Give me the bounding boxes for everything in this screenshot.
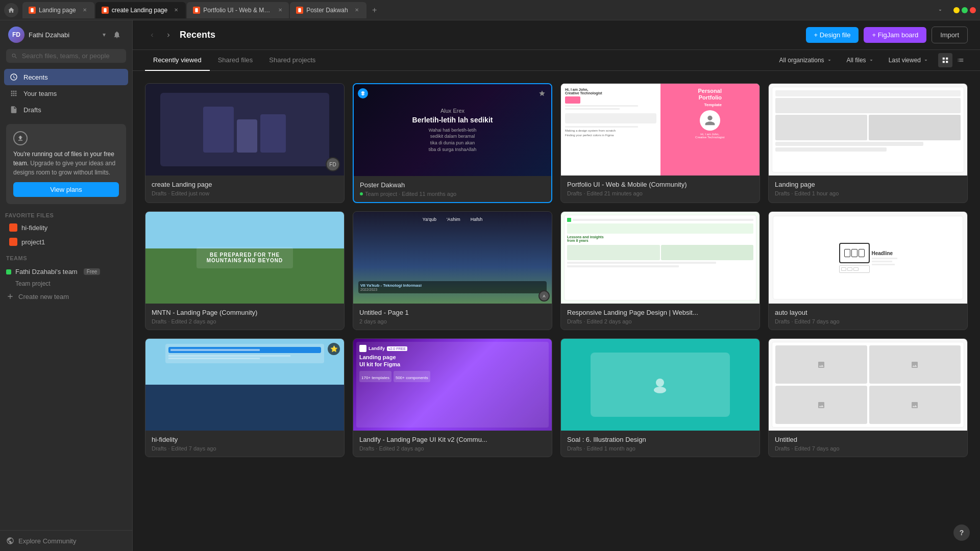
file-card-landing-page[interactable]: Landing page Drafts · Edited 1 hour ago xyxy=(768,83,968,203)
tab-recently-viewed[interactable]: Recently viewed xyxy=(145,50,210,71)
card-thumbnail: Headline xyxy=(769,212,967,304)
forward-button[interactable] xyxy=(161,28,176,42)
figjam-board-button[interactable]: + FigJam board xyxy=(864,27,926,43)
card-meta: Drafts · Edited 2 days ago xyxy=(359,445,546,452)
card-meta: 2 days ago xyxy=(359,318,546,324)
file-card-hi-fidelity[interactable]: ⭐ hi-fidelity Drafts · Edited 7 days xyxy=(145,338,345,457)
file-icon xyxy=(9,105,18,114)
notification-button[interactable] xyxy=(110,28,124,42)
home-button[interactable] xyxy=(4,3,18,17)
back-button[interactable] xyxy=(145,28,159,42)
file-card-poster-dakwah[interactable]: Alux Erex Berletih-letih lah sedikit Wah… xyxy=(353,83,552,203)
close-button[interactable] xyxy=(970,7,976,13)
card-info: MNTN - Landing Page (Community) Drafts ·… xyxy=(145,304,344,330)
help-button[interactable]: ? xyxy=(953,524,970,541)
sidebar-item-drafts[interactable]: Drafts xyxy=(4,102,128,118)
grid-container: FD create Landing page Drafts · Edited j… xyxy=(145,83,968,457)
search-bar[interactable] xyxy=(6,49,126,63)
card-thumbnail: Ya'qub 'Ashim Hafsh VII Ya'kub - Teknolo… xyxy=(353,212,552,304)
filter-tabs: Recently viewed Shared files Shared proj… xyxy=(145,50,324,70)
tab-landing-page[interactable]: Landing page ✕ xyxy=(22,2,94,18)
card-info: Landify - Landing Page UI Kit v2 (Commu.… xyxy=(353,431,552,457)
tab-close[interactable]: ✕ xyxy=(353,7,360,14)
user-profile[interactable]: FD Fathi Dzahabi ▾ xyxy=(0,20,132,49)
card-thumbnail: ⭐ xyxy=(145,339,344,431)
content-header: Recents + Design file + FigJam board Imp… xyxy=(133,20,980,50)
add-tab-button[interactable]: + xyxy=(368,3,382,17)
plus-icon xyxy=(6,292,14,300)
maximize-button[interactable] xyxy=(962,7,968,13)
file-card-create-landing[interactable]: FD create Landing page Drafts · Edited j… xyxy=(145,83,345,203)
svg-rect-3 xyxy=(299,8,301,12)
explore-community-link[interactable]: Explore Community xyxy=(6,537,126,545)
design-file-button[interactable]: + Design file xyxy=(806,27,859,43)
file-card-untitled-page1[interactable]: Ya'qub 'Ashim Hafsh VII Ya'kub - Teknolo… xyxy=(353,211,552,330)
card-avatar: FD xyxy=(326,157,340,171)
file-card-auto-layout[interactable]: Headline auto layout Drafts · Edited 7 d… xyxy=(768,211,968,330)
file-card-responsive-landing[interactable]: Lessons and insightsfrom 8 years Respons… xyxy=(560,211,760,330)
card-title: Responsive Landing Page Design | Websit.… xyxy=(567,309,753,316)
sidebar-item-your-teams[interactable]: Your teams xyxy=(4,85,128,102)
sort-dropdown[interactable]: Last viewed xyxy=(884,54,934,66)
team-color-dot xyxy=(6,269,11,274)
tab-close[interactable]: ✕ xyxy=(81,7,88,14)
chevron-down-icon xyxy=(923,57,929,63)
tab-shared-projects[interactable]: Shared projects xyxy=(261,50,324,71)
card-info: Landing page Drafts · Edited 1 hour ago xyxy=(769,176,967,202)
minimize-button[interactable] xyxy=(953,7,960,13)
collapse-button[interactable] xyxy=(933,3,947,17)
filter-tabs-bar: Recently viewed Shared files Shared proj… xyxy=(133,50,980,71)
search-input[interactable] xyxy=(22,52,121,60)
tab-close[interactable]: ✕ xyxy=(278,7,283,14)
titlebar: Landing page ✕ create Landing page ✕ Por… xyxy=(0,0,980,20)
titlebar-controls xyxy=(933,3,976,17)
import-button[interactable]: Import xyxy=(932,27,968,43)
tab-portfolio-ui[interactable]: Portfolio UI - Web & Mobile (Commu... ✕ xyxy=(187,2,289,18)
file-card-landify[interactable]: Landify v2.0 FREE Landing pageUI kit for… xyxy=(353,338,552,457)
org-filter-dropdown[interactable]: All organizations xyxy=(774,54,838,66)
files-grid: FD create Landing page Drafts · Edited j… xyxy=(133,71,980,551)
teams-section-label: Teams xyxy=(6,253,126,265)
favorite-item-hi-fidelity[interactable]: hi-fidelity xyxy=(4,220,128,235)
card-meta: Drafts · Edited 2 days ago xyxy=(152,318,338,324)
file-card-mntn[interactable]: BE PREPARED FOR THE MOUNTAINS AND BEYOND… xyxy=(145,211,345,330)
card-info: create Landing page Drafts · Edited just… xyxy=(145,176,344,202)
tab-shared-files[interactable]: Shared files xyxy=(210,50,261,71)
card-meta: Drafts · Edited 1 month ago xyxy=(567,445,753,452)
card-info: Portfolio UI - Web & Mobile (Community) … xyxy=(561,176,760,202)
file-card-portfolio-ui[interactable]: Hi, I am John,Creative Technologist Maki… xyxy=(560,83,760,203)
card-title: create Landing page xyxy=(152,181,338,188)
file-card-untitled2[interactable]: Untitled Drafts · Edited 7 days ago xyxy=(768,338,968,457)
file-card-soal[interactable]: Soal : 6. Illustration Design Drafts · E… xyxy=(560,338,760,457)
card-avatar: A xyxy=(538,290,550,302)
tab-poster-dakwah[interactable]: Poster Dakwah ✕ xyxy=(290,2,366,18)
tab-close[interactable]: ✕ xyxy=(173,7,180,14)
view-plans-button[interactable]: View plans xyxy=(13,182,119,197)
create-new-team-button[interactable]: Create new team xyxy=(6,289,126,304)
file-filter-dropdown[interactable]: All files xyxy=(842,54,879,66)
card-title: Landify - Landing Page UI Kit v2 (Commu.… xyxy=(359,436,546,443)
list-view-button[interactable] xyxy=(953,53,968,67)
card-meta: Drafts · Edited 7 days ago xyxy=(775,318,961,324)
card-thumbnail: BE PREPARED FOR THE MOUNTAINS AND BEYOND xyxy=(145,212,344,304)
globe-icon xyxy=(6,537,14,545)
team-subitem-team-project[interactable]: Team project xyxy=(6,278,126,289)
upgrade-box: You're running out of files in your free… xyxy=(6,124,126,204)
favorite-item-project1[interactable]: project1 xyxy=(4,235,128,249)
tab-favicon xyxy=(102,7,109,14)
sidebar-item-recents[interactable]: Recents xyxy=(4,69,128,85)
card-title: Landing page xyxy=(775,181,961,188)
card-thumbnail: Hi, I am John,Creative Technologist Maki… xyxy=(561,84,760,176)
tab-favicon xyxy=(29,7,36,14)
team-item-fathi[interactable]: Fathi Dzahabi's team Free xyxy=(6,265,126,278)
tab-create-landing-page[interactable]: create Landing page ✕ xyxy=(95,2,186,18)
grid-icon xyxy=(942,57,949,64)
card-thumbnail xyxy=(561,339,760,431)
card-meta: Team project · Edited 11 months ago xyxy=(360,191,545,197)
grid-view-button[interactable] xyxy=(938,53,952,67)
sidebar-footer: Explore Community xyxy=(0,530,132,551)
card-title: MNTN - Landing Page (Community) xyxy=(152,309,338,316)
main-layout: FD Fathi Dzahabi ▾ Recent xyxy=(0,20,980,551)
svg-point-5 xyxy=(654,387,666,393)
user-name: Fathi Dzahabi xyxy=(29,31,99,39)
